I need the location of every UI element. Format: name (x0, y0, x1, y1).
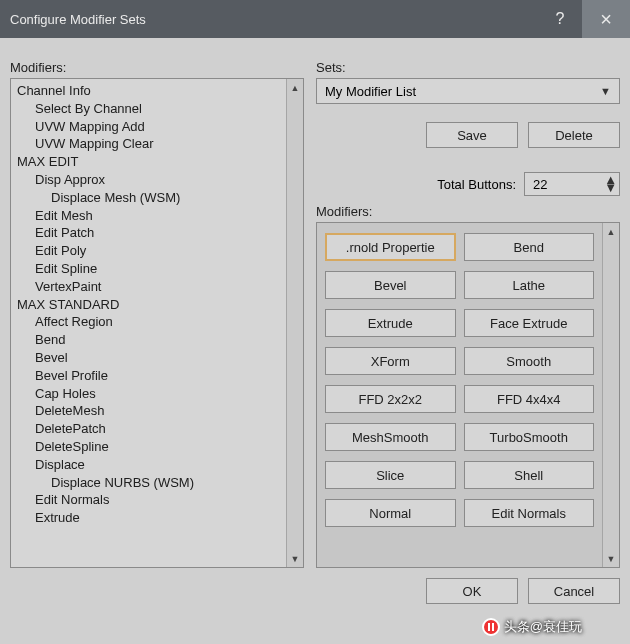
total-buttons-value: 22 (533, 177, 604, 192)
scroll-down-icon[interactable]: ▼ (287, 550, 303, 567)
help-button[interactable]: ? (538, 0, 582, 38)
modifier-button[interactable]: Normal (325, 499, 456, 527)
list-item[interactable]: Displace NURBS (WSM) (11, 474, 286, 492)
list-item[interactable]: Displace Mesh (WSM) (11, 189, 286, 207)
list-item[interactable]: MAX STANDARD (11, 296, 286, 314)
sets-label: Sets: (316, 46, 620, 75)
modifier-button[interactable]: Smooth (464, 347, 595, 375)
modifier-button[interactable]: XForm (325, 347, 456, 375)
watermark-logo-icon (482, 618, 500, 636)
sets-combo-value: My Modifier List (325, 84, 600, 99)
list-item[interactable]: Edit Spline (11, 260, 286, 278)
modifier-button[interactable]: FFD 2x2x2 (325, 385, 456, 413)
list-item[interactable]: UVW Mapping Add (11, 118, 286, 136)
list-item[interactable]: Edit Mesh (11, 207, 286, 225)
delete-button[interactable]: Delete (528, 122, 620, 148)
list-item[interactable]: Displace (11, 456, 286, 474)
svg-rect-0 (488, 623, 490, 631)
modifiers-panel: .rnold PropertieBendBevelLatheExtrudeFac… (316, 222, 620, 568)
scroll-up-icon[interactable]: ▲ (603, 223, 619, 240)
modifier-button[interactable]: Shell (464, 461, 595, 489)
save-button[interactable]: Save (426, 122, 518, 148)
cancel-button[interactable]: Cancel (528, 578, 620, 604)
list-item[interactable]: MAX EDIT (11, 153, 286, 171)
chevron-down-icon: ▼ (600, 85, 611, 97)
right-modifiers-label: Modifiers: (316, 204, 620, 219)
list-item[interactable]: DeleteSpline (11, 438, 286, 456)
modifier-button[interactable]: Bend (464, 233, 595, 261)
spinner-down-icon[interactable]: ▼ (604, 184, 617, 192)
list-item[interactable]: Cap Holes (11, 385, 286, 403)
modifier-button[interactable]: Face Extrude (464, 309, 595, 337)
sets-combo[interactable]: My Modifier List ▼ (316, 78, 620, 104)
list-item[interactable]: Select By Channel (11, 100, 286, 118)
list-item[interactable]: UVW Mapping Clear (11, 135, 286, 153)
list-item[interactable]: Bend (11, 331, 286, 349)
window-title: Configure Modifier Sets (10, 12, 146, 27)
modifier-button[interactable]: FFD 4x4x4 (464, 385, 595, 413)
list-item[interactable]: Extrude (11, 509, 286, 527)
modifier-button[interactable]: Edit Normals (464, 499, 595, 527)
list-item[interactable]: VertexPaint (11, 278, 286, 296)
modifier-button[interactable]: Lathe (464, 271, 595, 299)
listbox-scrollbar[interactable]: ▲ ▼ (286, 79, 303, 567)
ok-button[interactable]: OK (426, 578, 518, 604)
list-item[interactable]: Bevel (11, 349, 286, 367)
modifiers-listbox[interactable]: Channel InfoSelect By ChannelUVW Mapping… (10, 78, 304, 568)
list-item[interactable]: Bevel Profile (11, 367, 286, 385)
list-item[interactable]: Disp Approx (11, 171, 286, 189)
scroll-up-icon[interactable]: ▲ (287, 79, 303, 96)
modifier-button[interactable]: MeshSmooth (325, 423, 456, 451)
list-item[interactable]: Affect Region (11, 313, 286, 331)
svg-rect-1 (492, 623, 494, 631)
watermark: 头条@衰佳玩 (482, 618, 582, 636)
list-item[interactable]: DeletePatch (11, 420, 286, 438)
close-button[interactable]: × (582, 0, 630, 38)
list-item[interactable]: Edit Poly (11, 242, 286, 260)
total-buttons-label: Total Buttons: (437, 177, 516, 192)
modifier-button[interactable]: Slice (325, 461, 456, 489)
list-item[interactable]: DeleteMesh (11, 402, 286, 420)
modifier-button[interactable]: .rnold Propertie (325, 233, 456, 261)
list-item[interactable]: Channel Info (11, 82, 286, 100)
modifier-button[interactable]: Bevel (325, 271, 456, 299)
total-buttons-spinner[interactable]: 22 ▲ ▼ (524, 172, 620, 196)
modifier-button[interactable]: Extrude (325, 309, 456, 337)
list-item[interactable]: Edit Normals (11, 491, 286, 509)
modifier-button[interactable]: TurboSmooth (464, 423, 595, 451)
titlebar: Configure Modifier Sets ? × (0, 0, 630, 38)
list-item[interactable]: Edit Patch (11, 224, 286, 242)
scroll-down-icon[interactable]: ▼ (603, 550, 619, 567)
panel-scrollbar[interactable]: ▲ ▼ (602, 223, 619, 567)
modifiers-label: Modifiers: (10, 46, 304, 75)
